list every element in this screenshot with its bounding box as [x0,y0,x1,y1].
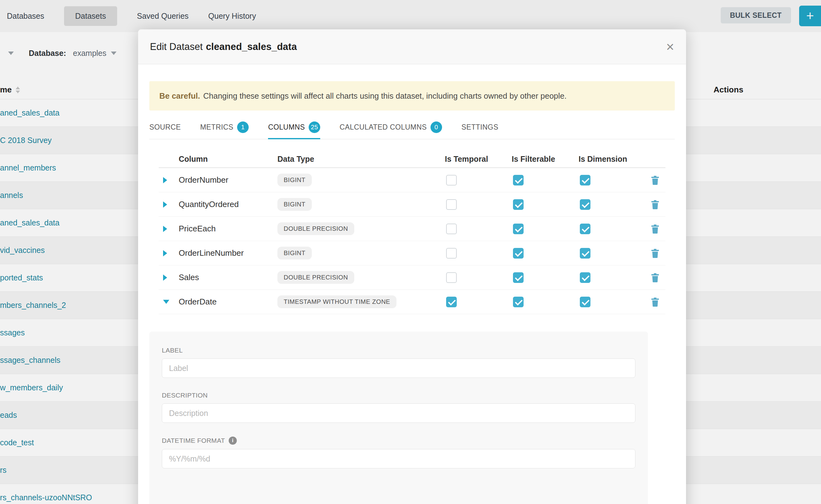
tab-label: SETTINGS [462,123,498,131]
column-name: QuantityOrdered [179,200,277,209]
description-input[interactable] [162,403,636,423]
is-dimension-checkbox[interactable] [580,248,591,259]
data-type-cell: BIGINT [277,198,445,211]
expand-row-icon[interactable] [163,177,167,183]
modal-title-prefix: Edit Dataset [150,41,203,52]
is-temporal-header: Is Temporal [445,155,512,164]
expand-row-icon[interactable] [163,274,167,281]
tab-label: CALCULATED COLUMNS [339,123,427,131]
modal-body: Be careful. Changing these settings will… [138,81,686,504]
is-dimension-cell [579,272,644,283]
delete-column-cell [644,200,667,209]
is-dimension-checkbox[interactable] [580,224,591,234]
tab-count-badge: 25 [309,121,320,133]
expander-cell [159,201,179,208]
tab-label: SOURCE [149,123,181,131]
is-dimension-header: Is Dimension [579,155,644,164]
column-name: OrderLineNumber [179,248,277,258]
column-row-orderdate: OrderDateTIMESTAMP WITHOUT TIME ZONE [159,290,665,314]
is-dimension-cell [579,199,644,210]
delete-column-cell [644,249,667,258]
close-icon[interactable]: × [666,40,674,54]
tab-calculated-columns[interactable]: CALCULATED COLUMNS0 [339,116,442,139]
modal-title-dataset-name: cleaned_sales_data [206,41,297,52]
tab-metrics[interactable]: METRICS1 [200,116,249,139]
is-filterable-cell [512,297,579,307]
is-temporal-checkbox[interactable] [446,297,457,307]
is-dimension-checkbox[interactable] [580,175,591,185]
delete-column-cell [644,224,667,234]
column-row-orderlinenumber: OrderLineNumberBIGINT [159,241,665,265]
expander-cell [159,300,179,304]
expander-cell [159,274,179,281]
trash-icon[interactable] [651,273,659,282]
trash-icon[interactable] [651,224,659,234]
is-filterable-checkbox[interactable] [513,297,524,307]
is-temporal-cell [445,297,512,307]
data-type-pill: BIGINT [277,247,312,259]
is-dimension-cell [579,248,644,259]
is-filterable-cell [512,272,579,283]
columns-table-header: Column Data Type Is Temporal Is Filterab… [159,151,665,168]
is-temporal-cell [445,224,512,234]
expander-cell [159,226,179,232]
data-type-cell: BIGINT [277,174,445,186]
label-field: LABEL [162,347,636,378]
expand-row-icon[interactable] [163,250,167,256]
is-temporal-checkbox[interactable] [446,248,457,259]
tab-label: METRICS [200,123,233,131]
is-filterable-checkbox[interactable] [513,175,524,185]
trash-icon[interactable] [651,200,659,209]
columns-table-body: OrderNumberBIGINTQuantityOrderedBIGINTPr… [159,168,665,314]
is-filterable-checkbox[interactable] [513,248,524,259]
label-input[interactable] [162,358,636,378]
columns-table: Column Data Type Is Temporal Is Filterab… [159,151,665,314]
is-filterable-checkbox[interactable] [513,224,524,234]
edit-dataset-modal: Edit Datasetcleaned_sales_data × Be care… [138,29,686,504]
delete-column-cell [644,297,667,307]
column-row-quantityordered: QuantityOrderedBIGINT [159,192,665,217]
is-filterable-checkbox[interactable] [513,199,524,210]
is-temporal-checkbox[interactable] [446,272,457,283]
column-name: Sales [179,273,277,282]
description-field: DESCRIPTION [162,392,636,423]
data-type-cell: TIMESTAMP WITHOUT TIME ZONE [277,295,445,308]
info-icon[interactable]: i [229,437,237,445]
tab-settings[interactable]: SETTINGS [462,116,498,139]
column-row-priceeach: PriceEachDOUBLE PRECISION [159,217,665,241]
is-dimension-checkbox[interactable] [580,199,591,210]
datetime-format-label-text: DATETIME FORMAT [162,437,225,444]
is-temporal-checkbox[interactable] [446,224,457,234]
is-temporal-checkbox[interactable] [446,175,457,185]
delete-column-cell [644,175,667,185]
expand-row-icon[interactable] [163,201,167,208]
modal-title: Edit Datasetcleaned_sales_data [150,41,297,52]
trash-icon[interactable] [651,297,659,307]
trash-icon[interactable] [651,249,659,258]
is-temporal-checkbox[interactable] [446,199,457,210]
expander-cell [159,177,179,183]
collapse-row-icon[interactable] [163,300,169,304]
is-filterable-cell [512,175,579,185]
tab-count-badge: 0 [431,121,442,133]
label-field-label: LABEL [162,347,636,354]
data-type-pill: TIMESTAMP WITHOUT TIME ZONE [277,295,396,308]
tab-source[interactable]: SOURCE [149,116,181,139]
datetime-format-input[interactable] [162,449,636,468]
trash-icon[interactable] [651,175,659,185]
expand-row-icon[interactable] [163,226,167,232]
is-dimension-checkbox[interactable] [580,272,591,283]
data-type-pill: DOUBLE PRECISION [277,222,354,235]
data-type-cell: BIGINT [277,247,445,259]
column-editor-panel: LABEL DESCRIPTION DATETIME FORMAT i [149,332,648,504]
tab-columns[interactable]: COLUMNS25 [268,116,320,139]
datetime-format-field-label: DATETIME FORMAT i [162,437,636,445]
is-filterable-cell [512,199,579,210]
data-type-pill: DOUBLE PRECISION [277,271,354,284]
is-filterable-checkbox[interactable] [513,272,524,283]
is-dimension-checkbox[interactable] [580,297,591,307]
column-name: OrderNumber [179,175,277,185]
is-temporal-cell [445,272,512,283]
datetime-format-field: DATETIME FORMAT i [162,437,636,468]
warning-banner-text: Changing these settings will affect all … [203,91,566,101]
